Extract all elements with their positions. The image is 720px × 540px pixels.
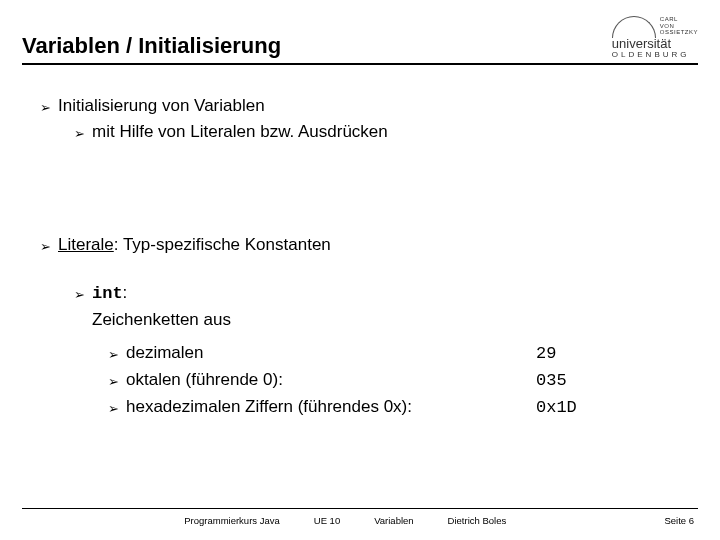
bullet-marker-icon: ➢ xyxy=(108,372,126,392)
bullet-continuation: Zeichenketten aus xyxy=(74,307,698,333)
bullet-level2: ➢ int: xyxy=(74,280,698,307)
footer-divider xyxy=(22,508,698,509)
logo-line1: CARL xyxy=(660,16,698,23)
bullet-level2: ➢ mit Hilfe von Literalen bzw. Ausdrücke… xyxy=(74,119,698,145)
spacer xyxy=(40,258,698,280)
bullet-marker-icon: ➢ xyxy=(74,124,92,144)
text-hex: hexadezimalen Ziffern (führendes 0x): xyxy=(126,394,536,420)
text-int-keyword: int xyxy=(92,284,123,303)
text-zeichenketten: Zeichenketten aus xyxy=(92,307,231,333)
bullet-level3: ➢ hexadezimalen Ziffern (führendes 0x): … xyxy=(108,394,698,421)
value-hex: 0x1D xyxy=(536,395,577,421)
text-int: int: xyxy=(92,280,127,307)
text-literale-word: Literale xyxy=(58,235,114,254)
footer-row: Programmierkurs Java UE 10 Variablen Die… xyxy=(22,515,698,526)
text-literals-help: mit Hilfe von Literalen bzw. Ausdrücken xyxy=(92,119,388,145)
bullet-level1: ➢ Initialisierung von Variablen xyxy=(40,93,698,119)
text-init-vars: Initialisierung von Variablen xyxy=(58,93,265,119)
bullet-marker-icon: ➢ xyxy=(108,399,126,419)
text-int-colon: : xyxy=(123,283,128,302)
bullet-marker-icon: ➢ xyxy=(40,237,58,257)
slide: Variablen / Initialisierung CARL VON OSS… xyxy=(0,0,720,540)
bullet-level3: ➢ dezimalen 29 xyxy=(108,340,698,367)
university-logo: CARL VON OSSIETZKY universität OLDENBURG xyxy=(612,14,698,59)
bullet-level3: ➢ oktalen (führende 0): 035 xyxy=(108,367,698,394)
footer: Programmierkurs Java UE 10 Variablen Die… xyxy=(22,508,698,526)
value-dezimal: 29 xyxy=(536,341,556,367)
text-literale-rest: : Typ-spezifische Konstanten xyxy=(114,235,331,254)
bullet-marker-icon: ➢ xyxy=(108,345,126,365)
footer-page: Seite 6 xyxy=(664,515,694,526)
bullet-marker-icon: ➢ xyxy=(40,98,58,118)
content: ➢ Initialisierung von Variablen ➢ mit Hi… xyxy=(22,93,698,422)
bullet-level1: ➢ Literale: Typ-spezifische Konstanten xyxy=(40,232,698,258)
logo-city: OLDENBURG xyxy=(612,51,690,59)
footer-topic: Variablen xyxy=(374,515,413,526)
footer-unit: UE 10 xyxy=(314,515,340,526)
text-oktal: oktalen (führende 0): xyxy=(126,367,536,393)
footer-center: Programmierkurs Java UE 10 Variablen Die… xyxy=(184,515,506,526)
logo-arc-icon xyxy=(612,16,656,38)
logo-university: universität xyxy=(612,37,671,50)
logo-text-block: CARL VON OSSIETZKY xyxy=(660,16,698,36)
footer-course: Programmierkurs Java xyxy=(184,515,280,526)
bullet-marker-icon: ➢ xyxy=(74,285,92,305)
value-oktal: 035 xyxy=(536,368,567,394)
text-dezimal: dezimalen xyxy=(126,340,536,366)
text-literale: Literale: Typ-spezifische Konstanten xyxy=(58,232,331,258)
spacer xyxy=(40,146,698,232)
slide-title: Variablen / Initialisierung xyxy=(22,33,281,59)
header: Variablen / Initialisierung CARL VON OSS… xyxy=(22,14,698,65)
logo-line3: OSSIETZKY xyxy=(660,29,698,36)
footer-author: Dietrich Boles xyxy=(448,515,507,526)
logo-top: CARL VON OSSIETZKY xyxy=(612,14,698,36)
logo-line2: VON xyxy=(660,23,698,30)
